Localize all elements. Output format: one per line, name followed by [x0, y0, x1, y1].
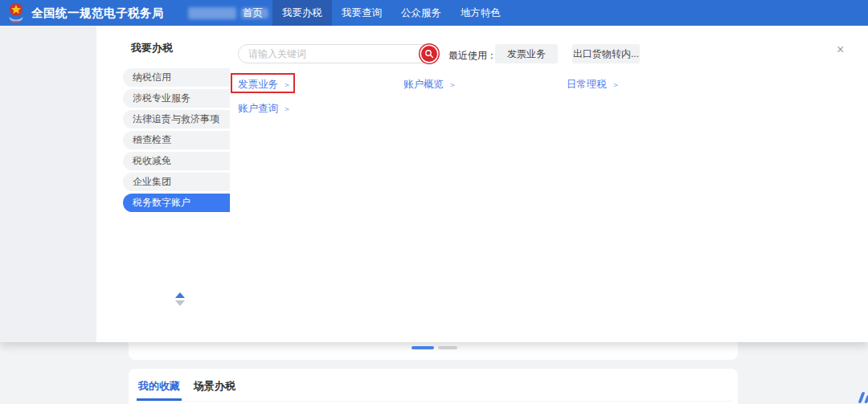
keyword-search-box [238, 44, 439, 63]
sidebar-header: 我要办税 [96, 26, 230, 55]
quick-link-label: 账户概览 [403, 79, 444, 90]
chevron-right-icon: ＞ [283, 104, 291, 113]
recent-item-export-goods[interactable]: 出口货物转内... [572, 44, 640, 63]
sidebar-pager [174, 292, 186, 306]
mega-menu-panel: 我要办税 纳税信用 涉税专业服务 法律追责与救济事项 稽查检查 税收减免 企业集… [0, 26, 868, 342]
quick-link-label: 发票业务 [238, 79, 278, 90]
sidebar-item-inspection[interactable]: 稽查检查 [123, 131, 230, 149]
favorites-tabbar: 我的收藏 场景办税 [137, 379, 731, 402]
recent-used-label: 最近使用： [448, 49, 497, 63]
sidebar-item-legal-remedies[interactable]: 法律追责与救济事项 [123, 110, 230, 129]
chevron-right-icon: ＞ [283, 80, 291, 89]
site-title: 全国统一规范电子税务局 [31, 6, 164, 21]
carousel-indicator-active[interactable] [411, 346, 434, 349]
nav-item-public-service[interactable]: 公众服务 [391, 0, 451, 26]
search-input[interactable] [248, 45, 413, 63]
sidebar-list: 纳税信用 涉税专业服务 法律追责与救济事项 稽查检查 税收减免 企业集团 税务数… [96, 68, 230, 212]
sidebar-item-tax-digital-account[interactable]: 税务数字账户 [123, 194, 230, 212]
floating-assistant-icon[interactable] [860, 392, 868, 404]
top-navbar: 全国统一规范电子税务局 首页 我要办税 我要查询 公众服务 地方特色 [0, 0, 868, 26]
sidebar-item-tax-professional-services[interactable]: 涉税专业服务 [123, 89, 230, 108]
quick-link-label: 账户查询 [238, 103, 278, 114]
scroll-down-icon[interactable] [175, 300, 185, 306]
tax-bureau-emblem-icon [6, 2, 26, 23]
quick-link-label: 日常理税 [567, 79, 607, 90]
scroll-up-icon[interactable] [175, 292, 185, 298]
nav-item-tax-handling[interactable]: 我要办税 [272, 0, 332, 26]
masked-taxpayer-name [188, 7, 236, 19]
nav-item-local-features[interactable]: 地方特色 [451, 0, 510, 26]
carousel-indicator-inactive[interactable] [438, 346, 457, 349]
sidebar-item-tax-credit[interactable]: 纳税信用 [123, 68, 230, 87]
tab-scenario-tax[interactable]: 场景办税 [192, 379, 237, 401]
quick-link-account-query[interactable]: 账户查询＞ [238, 102, 291, 116]
quick-link-invoice-business[interactable]: 发票业务＞ [238, 78, 291, 92]
nav-item-inquiry[interactable]: 我要查询 [332, 0, 391, 26]
mega-menu-sidebar: 我要办税 纳税信用 涉税专业服务 法律追责与救济事项 稽查检查 税收减免 企业集… [96, 26, 230, 342]
sidebar-item-tax-reduction[interactable]: 税收减免 [123, 152, 230, 170]
chevron-right-icon: ＞ [448, 80, 457, 89]
recent-item-invoice-business[interactable]: 发票业务 [495, 44, 558, 63]
tab-my-favorites[interactable]: 我的收藏 [137, 379, 182, 401]
main-nav: 首页 我要办税 我要查询 公众服务 地方特色 [233, 0, 510, 26]
quick-link-account-overview[interactable]: 账户概览＞ [403, 78, 457, 92]
mega-menu-main: 最近使用： 发票业务 出口货物转内... × 发票业务＞ 账户概览＞ 日常理税＞… [230, 26, 868, 342]
favorites-card: 我的收藏 场景办税 [129, 369, 738, 404]
nav-item-home[interactable]: 首页 [233, 0, 272, 26]
search-icon[interactable] [421, 46, 437, 62]
quick-link-daily-tax[interactable]: 日常理税＞ [567, 78, 620, 92]
sidebar-item-enterprise-group[interactable]: 企业集团 [123, 173, 230, 191]
chevron-right-icon: ＞ [612, 80, 620, 89]
close-icon[interactable]: × [837, 43, 844, 56]
